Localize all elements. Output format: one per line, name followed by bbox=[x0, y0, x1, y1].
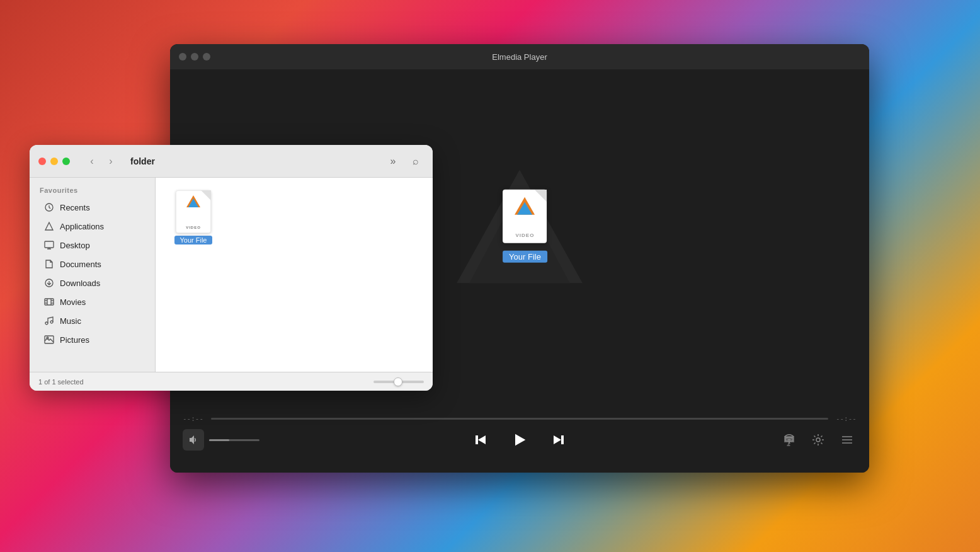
play-button[interactable] bbox=[506, 427, 533, 453]
sidebar-item-recents[interactable]: Recents bbox=[33, 198, 151, 217]
right-controls bbox=[780, 430, 857, 449]
airplay-button[interactable] bbox=[780, 430, 799, 449]
svg-rect-13 bbox=[45, 241, 54, 248]
player-close-button[interactable] bbox=[179, 53, 186, 60]
file-type-label: VIDEO bbox=[186, 226, 201, 229]
logo-arrow bbox=[186, 195, 200, 207]
svg-marker-5 bbox=[554, 435, 561, 444]
downloads-icon bbox=[43, 277, 55, 289]
sidebar-item-movies[interactable]: Movies bbox=[33, 292, 151, 311]
music-icon bbox=[43, 315, 55, 326]
settings-button[interactable] bbox=[809, 430, 828, 449]
finder-back-button[interactable]: ‹ bbox=[84, 153, 100, 170]
progress-track[interactable] bbox=[211, 418, 828, 420]
finder-maximize-button[interactable] bbox=[62, 158, 70, 165]
sidebar-item-label: Desktop bbox=[60, 241, 90, 250]
svg-marker-2 bbox=[476, 435, 478, 444]
svg-point-8 bbox=[816, 438, 820, 442]
slider-track[interactable] bbox=[373, 381, 424, 383]
svg-marker-4 bbox=[515, 434, 525, 446]
recents-icon bbox=[43, 202, 55, 213]
pictures-icon bbox=[43, 334, 55, 345]
sidebar-section-label: Favourites bbox=[30, 187, 155, 198]
volume-section bbox=[183, 429, 259, 451]
documents-icon bbox=[43, 258, 55, 270]
sidebar-item-downloads[interactable]: Downloads bbox=[33, 273, 151, 292]
volume-slider[interactable] bbox=[209, 439, 259, 441]
file-document: VIDEO bbox=[176, 190, 211, 233]
player-controls: --:-- --:-- bbox=[170, 410, 869, 473]
sidebar-item-music[interactable]: Music bbox=[33, 311, 151, 330]
finder-statusbar: 1 of 1 selected bbox=[30, 372, 433, 391]
player-traffic-lights bbox=[179, 53, 210, 60]
slider-thumb[interactable] bbox=[394, 377, 402, 386]
svg-marker-3 bbox=[478, 435, 486, 444]
finder-search-button[interactable]: ⌕ bbox=[407, 153, 424, 170]
finder-traffic-lights bbox=[38, 158, 70, 165]
finder-minimize-button[interactable] bbox=[50, 158, 58, 165]
playlist-button[interactable] bbox=[838, 430, 857, 449]
sidebar-item-label: Movies bbox=[60, 297, 86, 307]
finder-forward-button[interactable]: › bbox=[103, 153, 119, 170]
sidebar-item-pictures[interactable]: Pictures bbox=[33, 330, 151, 349]
sidebar-item-label: Applications bbox=[60, 222, 104, 231]
player-filename-badge: Your File bbox=[503, 251, 547, 263]
sidebar-item-label: Pictures bbox=[60, 335, 89, 345]
main-controls bbox=[469, 427, 571, 453]
prev-button[interactable] bbox=[469, 428, 491, 451]
volume-button[interactable] bbox=[183, 429, 204, 451]
player-file-type-label: VIDEO bbox=[516, 233, 535, 238]
finder-view-options-button[interactable]: » bbox=[385, 153, 401, 170]
sidebar-item-label: Music bbox=[60, 316, 81, 326]
file-logo bbox=[186, 195, 200, 207]
player-file-document: VIDEO bbox=[503, 190, 547, 243]
sidebar-item-label: Downloads bbox=[60, 279, 100, 288]
svg-point-7 bbox=[789, 440, 790, 442]
movies-icon bbox=[43, 296, 55, 308]
svg-point-22 bbox=[45, 322, 48, 325]
time-end: --:-- bbox=[836, 415, 857, 423]
progress-bar-row: --:-- --:-- bbox=[170, 415, 869, 423]
player-titlebar: Elmedia Player bbox=[170, 44, 869, 69]
player-logo-arrow bbox=[515, 197, 535, 215]
status-text: 1 of 1 selected bbox=[38, 378, 84, 386]
player-title: Elmedia Player bbox=[492, 52, 547, 62]
file-name-badge: Your File bbox=[174, 236, 212, 244]
sidebar-item-label: Recents bbox=[60, 203, 90, 212]
svg-point-23 bbox=[50, 321, 53, 323]
player-buttons-row bbox=[170, 429, 869, 451]
finder-toolbar-right: » ⌕ bbox=[385, 153, 424, 170]
finder-location: folder bbox=[130, 156, 155, 166]
finder-close-button[interactable] bbox=[38, 158, 46, 165]
player-minimize-button[interactable] bbox=[191, 53, 198, 60]
time-start: --:-- bbox=[183, 415, 203, 423]
player-file-logo bbox=[515, 197, 535, 215]
sidebar-item-applications[interactable]: Applications bbox=[33, 217, 151, 236]
applications-icon bbox=[43, 221, 55, 232]
view-slider bbox=[373, 381, 424, 383]
player-file-icon: VIDEO Your File bbox=[503, 190, 547, 263]
finder-file-item[interactable]: VIDEO Your File bbox=[168, 190, 219, 244]
svg-rect-15 bbox=[45, 299, 54, 305]
sidebar-item-documents[interactable]: Documents bbox=[33, 255, 151, 273]
finder-nav: ‹ › bbox=[84, 153, 119, 170]
finder-sidebar: Favourites Recents Applications bbox=[30, 178, 156, 372]
sidebar-item-label: Documents bbox=[60, 260, 101, 269]
player-maximize-button[interactable] bbox=[203, 53, 210, 60]
finder-window: ‹ › folder » ⌕ Favourites Recents bbox=[30, 145, 433, 391]
svg-marker-6 bbox=[561, 435, 564, 444]
next-button[interactable] bbox=[548, 428, 571, 451]
finder-body: Favourites Recents Applications bbox=[30, 178, 433, 372]
finder-content: VIDEO Your File bbox=[156, 178, 433, 372]
finder-titlebar: ‹ › folder » ⌕ bbox=[30, 145, 433, 178]
desktop-icon bbox=[43, 239, 55, 251]
sidebar-item-desktop[interactable]: Desktop bbox=[33, 236, 151, 255]
